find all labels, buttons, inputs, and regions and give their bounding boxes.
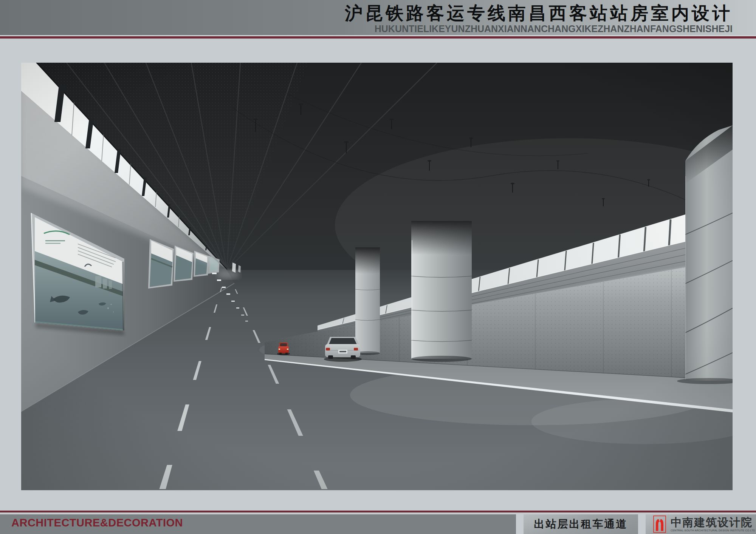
vignette [21,63,733,490]
project-title: 沪昆铁路客运专线南昌西客站站房室内设计 [345,4,733,23]
title-block: 沪昆铁路客运专线南昌西客站站房室内设计 HUKUNTIELIKEYUNZHUAN… [345,4,733,34]
drawing-caption: 出站层出租车通道 [534,517,628,531]
institute-panel: 中南建筑设计院 CENTRAL-SOUTH ARCHITECTURAL DESI… [646,514,756,534]
institute-name-cn: 中南建筑设计院 [671,517,755,528]
presentation-board: 沪昆铁路客运专线南昌西客站站房室内设计 HUKUNTIELIKEYUNZHUAN… [0,0,756,534]
footer-accent-rule [0,511,756,512]
rendering-viewport [21,63,733,490]
header-accent-rule [0,36,756,39]
drawing-caption-panel: 出站层出租车通道 [524,514,638,534]
institute-name-en: CENTRAL-SOUTH ARCHITECTURAL DESIGN INSTI… [671,529,755,532]
institute-logo-icon [653,515,666,533]
footer-divider-2 [638,514,646,534]
institute-name-block: 中南建筑设计院 CENTRAL-SOUTH ARCHITECTURAL DESI… [671,517,755,532]
brand-text: ARCHITECTURE&DECORATION [11,517,183,529]
project-title-pinyin: HUKUNTIELIKEYUNZHUANXIANNANCHANGXIKEZHAN… [345,24,733,34]
tunnel-rendering [21,63,733,490]
footer-divider-1 [516,514,524,534]
